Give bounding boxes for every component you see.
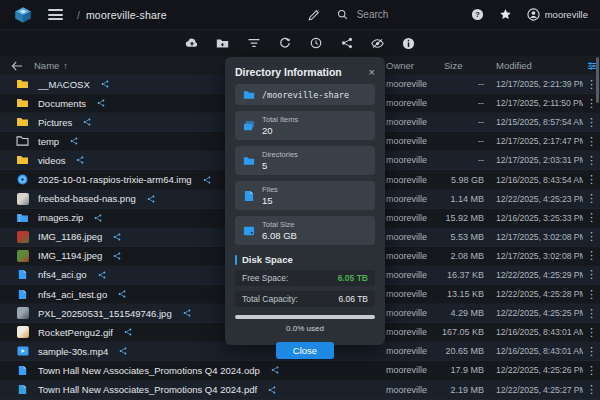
file-name: nfs4_aci.go bbox=[38, 269, 87, 280]
shared-icon bbox=[113, 252, 121, 260]
table-row[interactable]: Town Hall New Associates_Promotions Q4 2… bbox=[0, 381, 600, 400]
shared-icon bbox=[83, 118, 91, 126]
owner-cell: mooreville bbox=[378, 194, 438, 204]
filter-icon[interactable] bbox=[247, 36, 261, 50]
new-folder-icon[interactable] bbox=[216, 36, 230, 50]
row-menu-icon[interactable]: ⋮ bbox=[583, 174, 600, 185]
file-name: freebsd-based-nas.png bbox=[38, 193, 136, 204]
close-button[interactable]: Close bbox=[276, 342, 334, 359]
file-name: temp bbox=[38, 136, 59, 147]
sort-ascending-icon: ↑ bbox=[63, 61, 68, 71]
modified-cell: 12/22/2025, 4:25:23 PM bbox=[488, 194, 583, 204]
row-menu-icon[interactable]: ⋮ bbox=[583, 327, 600, 338]
shared-icon bbox=[203, 176, 211, 184]
directory-information-modal: Directory Information × /mooreville-shar… bbox=[225, 57, 385, 345]
refresh-icon[interactable] bbox=[278, 36, 292, 50]
owner-cell: mooreville bbox=[378, 213, 438, 223]
upload-icon[interactable] bbox=[185, 36, 199, 50]
row-menu-icon[interactable]: ⋮ bbox=[583, 136, 600, 147]
owner-cell: mooreville bbox=[378, 365, 438, 375]
video-icon bbox=[16, 345, 29, 358]
row-menu-icon[interactable]: ⋮ bbox=[583, 193, 600, 204]
close-icon[interactable]: × bbox=[369, 67, 375, 78]
file-icon bbox=[16, 364, 29, 377]
history-icon[interactable] bbox=[309, 36, 323, 50]
row-menu-icon[interactable]: ⋮ bbox=[583, 289, 600, 300]
row-menu-icon[interactable]: ⋮ bbox=[583, 155, 600, 166]
owner-cell: mooreville bbox=[378, 251, 438, 261]
row-menu-icon[interactable]: ⋮ bbox=[583, 365, 600, 376]
search-icon bbox=[337, 9, 348, 20]
file-name: IMG_1186.jpeg bbox=[38, 231, 102, 242]
app-logo-icon[interactable] bbox=[12, 4, 34, 26]
file-name: PXL_20250531_151549746.jpg bbox=[38, 308, 172, 319]
column-header-name[interactable]: Name bbox=[34, 60, 59, 71]
search-box[interactable] bbox=[337, 8, 455, 21]
shared-icon bbox=[183, 309, 191, 317]
modified-cell: 12/16/2025, 3:25:33 PM bbox=[488, 213, 583, 223]
free-space-value: 6.05 TB bbox=[338, 273, 368, 283]
column-header-owner[interactable]: Owner bbox=[378, 60, 438, 71]
pdf-icon bbox=[16, 383, 29, 396]
modified-cell: 12/22/2025, 4:25:26 PM bbox=[488, 365, 583, 375]
modified-cell: 12/16/2025, 8:43:01 AM bbox=[488, 327, 583, 337]
owner-cell: mooreville bbox=[378, 175, 438, 185]
hide-icon[interactable] bbox=[371, 36, 385, 50]
owner-cell: mooreville bbox=[378, 155, 438, 165]
directories-field: Directories5 bbox=[235, 146, 375, 175]
shared-icon bbox=[268, 386, 276, 394]
menu-icon[interactable] bbox=[48, 9, 63, 20]
field-value: 6.08 GB bbox=[262, 230, 297, 241]
modified-cell: 12/16/2025, 8:43:54 AM bbox=[488, 175, 583, 185]
modified-cell: 12/17/2025, 3:02:08 PM bbox=[488, 251, 583, 261]
edit-icon[interactable] bbox=[307, 8, 321, 22]
search-input[interactable] bbox=[355, 8, 449, 21]
back-icon[interactable] bbox=[0, 61, 34, 71]
action-toolbar bbox=[0, 30, 600, 56]
shared-icon bbox=[271, 366, 279, 374]
row-menu-icon[interactable]: ⋮ bbox=[583, 250, 600, 261]
thumbnail-image bbox=[16, 192, 29, 205]
svg-text:?: ? bbox=[475, 10, 480, 19]
size-cell: 20.65 MB bbox=[438, 346, 488, 356]
user-menu[interactable]: mooreville bbox=[527, 8, 588, 21]
thumbnail-image bbox=[16, 230, 29, 243]
column-header-modified[interactable]: Modified bbox=[488, 60, 583, 71]
shared-icon bbox=[97, 99, 105, 107]
help-icon[interactable]: ? bbox=[471, 8, 485, 22]
size-cell: -- bbox=[438, 117, 488, 127]
file-name: __MACOSX bbox=[38, 79, 90, 90]
row-menu-icon[interactable]: ⋮ bbox=[583, 269, 600, 280]
owner-cell: mooreville bbox=[378, 346, 438, 356]
shared-icon bbox=[118, 290, 126, 298]
breadcrumb-title[interactable]: mooreville-share bbox=[86, 9, 167, 21]
row-menu-icon[interactable]: ⋮ bbox=[583, 346, 600, 357]
path-field: /mooreville-share bbox=[235, 84, 375, 105]
scrollbar[interactable] bbox=[596, 57, 599, 103]
total-capacity-row: Total Capacity: 6.06 TB bbox=[235, 291, 375, 307]
column-header-size[interactable]: Size bbox=[438, 60, 488, 71]
user-icon bbox=[527, 8, 540, 21]
row-menu-icon[interactable]: ⋮ bbox=[583, 384, 600, 395]
field-value: 15 bbox=[262, 195, 278, 206]
thumbnail-image bbox=[16, 249, 29, 262]
modified-cell: 12/15/2025, 8:57:54 AM bbox=[488, 117, 583, 127]
file-name: videos bbox=[38, 155, 65, 166]
row-menu-icon[interactable]: ⋮ bbox=[583, 212, 600, 223]
row-menu-icon[interactable]: ⋮ bbox=[583, 231, 600, 242]
owner-cell: mooreville bbox=[378, 117, 438, 127]
file-name: Documents bbox=[38, 98, 86, 109]
row-menu-icon[interactable]: ⋮ bbox=[583, 308, 600, 319]
info-icon[interactable] bbox=[402, 36, 416, 50]
row-menu-icon[interactable]: ⋮ bbox=[583, 117, 600, 128]
folder-icon bbox=[16, 116, 29, 129]
share-icon[interactable] bbox=[340, 36, 354, 50]
table-row[interactable]: Town Hall New Associates_Promotions Q4 2… bbox=[0, 361, 600, 380]
owner-cell: mooreville bbox=[378, 308, 438, 318]
star-icon[interactable] bbox=[499, 8, 513, 22]
owner-cell: mooreville bbox=[378, 136, 438, 146]
file-icon bbox=[16, 288, 29, 301]
size-cell: 167.05 KB bbox=[438, 327, 488, 337]
file-name: nfs4_aci_test.go bbox=[38, 289, 107, 300]
username-label: mooreville bbox=[545, 9, 588, 20]
